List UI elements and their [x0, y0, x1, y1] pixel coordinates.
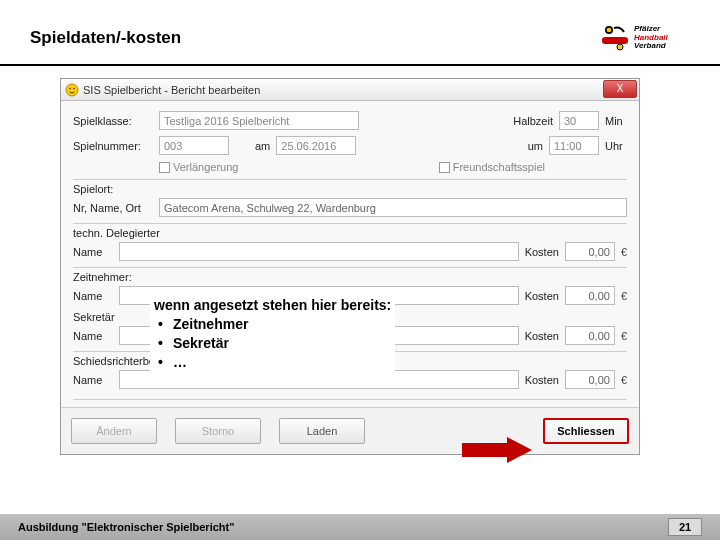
label-uhr: Uhr [605, 140, 627, 152]
field-spielnummer[interactable]: 003 [159, 136, 229, 155]
field-kosten-4[interactable]: 0,00 [565, 370, 615, 389]
callout-item: … [158, 353, 391, 372]
title-bar: SIS Spielbericht - Bericht bearbeiten X [61, 79, 639, 101]
schliessen-button[interactable]: Schliessen [543, 418, 629, 444]
label-spielnummer: Spielnummer: [73, 140, 153, 152]
page-number: 21 [668, 518, 702, 536]
app-icon [65, 83, 79, 97]
slide-title: Spieldaten/-kosten [30, 28, 181, 48]
aendern-button[interactable]: Ändern [71, 418, 157, 444]
svg-point-5 [69, 87, 71, 89]
label-kosten-4: Kosten [525, 374, 559, 386]
checkbox-verlaengerung[interactable]: Verlängerung [159, 161, 238, 173]
button-bar: Ändern Storno Laden Schliessen [61, 407, 639, 454]
laden-button[interactable]: Laden [279, 418, 365, 444]
field-kosten-2[interactable]: 0,00 [565, 286, 615, 305]
label-min: Min [605, 115, 627, 127]
callout-item: Sekretär [158, 334, 391, 353]
window-close-button[interactable]: X [603, 80, 637, 98]
logo: Pfälzer Handball Verband [600, 20, 690, 56]
svg-point-4 [66, 84, 78, 96]
label-kosten-1: Kosten [525, 246, 559, 258]
label-techn-delegierter: techn. Delegierter [73, 227, 627, 239]
eur-3: € [621, 330, 627, 342]
callout-heading: wenn angesetzt stehen hier bereits: [154, 296, 391, 315]
storno-button[interactable]: Storno [175, 418, 261, 444]
field-kosten-3[interactable]: 0,00 [565, 326, 615, 345]
svg-rect-0 [602, 37, 628, 44]
label-zeitnehmer: Zeitnehmer: [73, 271, 627, 283]
label-name-2: Name [73, 290, 113, 302]
label-kosten-3: Kosten [525, 330, 559, 342]
label-am: am [255, 140, 270, 152]
field-spielklasse[interactable]: Testliga 2016 Spielbericht [159, 111, 359, 130]
label-nrnameort: Nr, Name, Ort [73, 202, 153, 214]
field-techn-delegierter[interactable] [119, 242, 519, 261]
field-halbzeit[interactable]: 30 [559, 111, 599, 130]
footer-text: Ausbildung "Elektronischer Spielbericht" [18, 521, 234, 533]
window-title: SIS Spielbericht - Bericht bearbeiten [83, 84, 260, 96]
label-name-1: Name [73, 246, 113, 258]
eur-4: € [621, 374, 627, 386]
field-kosten-1[interactable]: 0,00 [565, 242, 615, 261]
checkbox-freundschaftsspiel[interactable]: Freundschaftsspiel [439, 161, 545, 173]
svg-marker-7 [462, 437, 532, 463]
label-spielort: Spielort: [73, 183, 627, 195]
label-name-4: Name [73, 374, 113, 386]
svg-point-3 [617, 44, 623, 50]
label-halbzeit: Halbzeit [513, 115, 553, 127]
callout-list: Zeitnehmer Sekretär … [158, 315, 391, 372]
slide-header: Spieldaten/-kosten Pfälzer Handball Verb… [0, 0, 720, 66]
field-datum[interactable]: 25.06.2016 [276, 136, 356, 155]
eur-1: € [621, 246, 627, 258]
logo-icon [600, 23, 630, 53]
logo-text: Pfälzer Handball Verband [634, 25, 668, 51]
svg-point-2 [607, 28, 612, 33]
label-um: um [528, 140, 543, 152]
label-kosten-2: Kosten [525, 290, 559, 302]
slide-footer: Ausbildung "Elektronischer Spielbericht"… [0, 514, 720, 540]
callout-item: Zeitnehmer [158, 315, 391, 334]
eur-2: € [621, 290, 627, 302]
app-window: SIS Spielbericht - Bericht bearbeiten X … [60, 78, 640, 455]
field-spielort[interactable]: Gatecom Arena, Schulweg 22, Wardenburg [159, 198, 627, 217]
callout-box: wenn angesetzt stehen hier bereits: Zeit… [150, 294, 395, 374]
red-arrow-icon [462, 437, 532, 463]
label-spielklasse: Spielklasse: [73, 115, 153, 127]
field-uhrzeit[interactable]: 11:00 [549, 136, 599, 155]
svg-point-6 [73, 87, 75, 89]
label-name-3: Name [73, 330, 113, 342]
